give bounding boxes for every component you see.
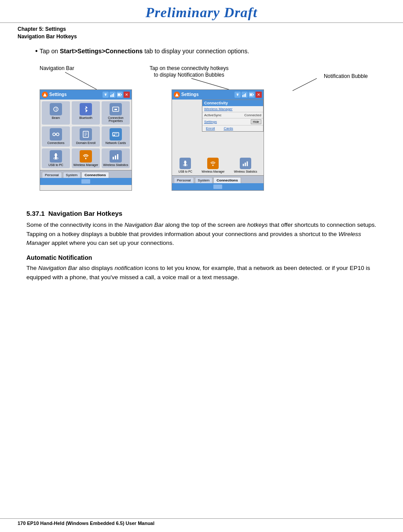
- svg-rect-5: [113, 93, 114, 97]
- svg-rect-21: [114, 135, 115, 136]
- network-cards-icon: [110, 128, 122, 140]
- cards-link[interactable]: Cards: [223, 126, 233, 130]
- icon-domain-enroll[interactable]: Domain Enroll: [72, 126, 100, 147]
- close-btn-1[interactable]: ✕: [124, 92, 130, 98]
- bottom-bar-2: [172, 183, 264, 190]
- italic-nav-bar-2: Navigation Bar: [38, 265, 77, 271]
- svg-point-24: [85, 158, 87, 159]
- popup-hide-button[interactable]: Hide: [251, 119, 261, 124]
- icon-wireless-stats-label: Wireless Statistics: [103, 163, 128, 167]
- tab-bar-2: Personal System Connections: [172, 175, 264, 183]
- beam-icon: [50, 103, 62, 115]
- svg-rect-3: [110, 95, 111, 97]
- icon-bluetooth[interactable]: Bluetooth: [72, 101, 100, 125]
- icon-connections[interactable]: Connections: [42, 126, 70, 147]
- label-notification: Notification Bubble: [324, 73, 368, 79]
- bottom-wireless-stats-label: Wireless Statistics: [234, 170, 257, 173]
- bottom-wireless-stats-icon: [240, 158, 251, 169]
- popup-header: Connectivity: [202, 100, 263, 106]
- popup-settings-link[interactable]: Settings: [204, 120, 217, 124]
- section-para1: Some of the connectivity icons in the Na…: [26, 221, 377, 248]
- tab-system-1[interactable]: System: [63, 172, 81, 178]
- popup-row-activesync: ActiveSync Connected: [202, 112, 263, 118]
- svg-point-36: [212, 165, 214, 166]
- icon-beam-label: Beam: [52, 116, 60, 120]
- taskbar-left-2: Settings: [174, 92, 198, 98]
- wireless-stats-icon: [110, 150, 122, 163]
- taskbar-wifi-icon-2: [234, 92, 241, 98]
- italic-notification: notification: [114, 265, 143, 271]
- wireless-manager-icon: [80, 150, 92, 163]
- screenshot-1: Settings ✕: [40, 89, 132, 191]
- svg-rect-8: [118, 94, 120, 96]
- taskbar-title-1: Settings: [49, 92, 66, 97]
- svg-rect-4: [112, 94, 113, 97]
- chapter-info: Chapter 5: Settings Navigation Bar Hotke…: [0, 23, 403, 41]
- icon-wireless-manager-label: Wireless Manager: [73, 163, 98, 167]
- bottom-bar-icon-2: [213, 185, 222, 189]
- icon-conn-props-label: Connection Properties: [103, 116, 129, 123]
- taskbar-battery-icon-2: [249, 92, 255, 98]
- footer-page-info: 170 EP10 Hand-Held (Windows Embedded 6.5…: [18, 521, 154, 526]
- bottom-bar-icon-1: [81, 179, 90, 184]
- bottom-icon-usb[interactable]: USB to PC: [179, 158, 192, 173]
- icon-connections-label: Connections: [48, 141, 65, 145]
- icon-beam[interactable]: Beam: [42, 101, 70, 125]
- connection-props-icon: [110, 103, 122, 115]
- tab-personal-2[interactable]: Personal: [174, 177, 194, 183]
- bold-connections: Start>Settings>Connections: [60, 48, 143, 55]
- svg-point-12: [53, 133, 55, 136]
- section-number: 5.37.1: [26, 210, 45, 217]
- svg-rect-26: [115, 155, 116, 159]
- icon-usb-label: USB to PC: [48, 163, 63, 167]
- italic-hotkeys: hotkeys: [247, 222, 268, 228]
- connections-icon: [50, 128, 62, 140]
- popup-wireless-link[interactable]: Wireless Manager: [204, 107, 232, 111]
- bottom-usb-icon: [180, 158, 191, 169]
- bottom-wireless-mgr-label: Wireless Manager: [202, 170, 224, 173]
- screenshots-row: Settings ✕: [40, 89, 264, 191]
- icon-network-cards-label: Network Cards: [106, 141, 126, 145]
- popup-row-wireless: Wireless Manager: [202, 106, 263, 112]
- icons-grid: Beam Bluetooth Connection: [40, 100, 132, 170]
- taskbar-signal-icon-2: [242, 92, 248, 98]
- enroll-link[interactable]: Enroll: [206, 126, 215, 130]
- screen-body-1: Beam Bluetooth Connection: [40, 100, 132, 185]
- popup-row-settings: Settings Hide: [202, 118, 263, 126]
- label-nav-bar: Navigation Bar: [40, 65, 74, 71]
- icon-wireless-manager[interactable]: Wireless Manager: [72, 148, 100, 169]
- sub-heading-automatic-notification: Automatic Notification: [26, 254, 377, 261]
- svg-rect-33: [250, 94, 252, 96]
- icon-bluetooth-label: Bluetooth: [79, 116, 92, 120]
- svg-rect-11: [114, 109, 117, 110]
- svg-point-13: [56, 133, 59, 136]
- svg-rect-30: [245, 93, 246, 97]
- section-title: Navigation Bar Hotkeys: [47, 210, 123, 217]
- taskbar-left-1: Settings: [42, 92, 66, 98]
- taskbar-title-2: Settings: [181, 92, 198, 97]
- chapter-line2: Navigation Bar Hotkeys: [18, 33, 385, 41]
- page-footer: 170 EP10 Hand-Held (Windows Embedded 6.5…: [0, 518, 403, 528]
- svg-rect-27: [117, 154, 118, 159]
- chapter-line1: Chapter 5: Settings: [18, 26, 385, 33]
- icon-network-cards[interactable]: Network Cards: [102, 126, 130, 147]
- taskbar-wifi-icon: [103, 92, 109, 98]
- label-tap: Tap on these connectivity hotkeys to dis…: [150, 65, 228, 79]
- popup-panel: Connectivity Wireless Manager ActiveSync…: [202, 100, 264, 132]
- icon-wireless-stats[interactable]: Wireless Statistics: [102, 148, 130, 169]
- section-para2: The Navigation Bar also displays notific…: [26, 264, 377, 282]
- bottom-icon-wireless-mgr[interactable]: Wireless Manager: [202, 158, 224, 173]
- icon-usb-to-pc[interactable]: USB to PC: [42, 148, 70, 169]
- tab-system-2[interactable]: System: [195, 177, 213, 183]
- italic-nav-bar-1: Navigation Bar: [125, 222, 164, 228]
- bottom-icon-wireless-stats[interactable]: Wireless Statistics: [234, 158, 257, 173]
- tab-connections-2[interactable]: Connections: [213, 177, 241, 183]
- svg-rect-25: [113, 157, 114, 159]
- tab-connections-1[interactable]: Connections: [81, 172, 109, 178]
- tab-personal-1[interactable]: Personal: [42, 172, 62, 178]
- tab-bar-1: Personal System Connections: [40, 170, 132, 178]
- popup-activesync-label: ActiveSync: [204, 113, 222, 117]
- taskbar-right-1: ✕: [103, 92, 130, 98]
- close-btn-2[interactable]: ✕: [256, 92, 262, 98]
- icon-connection-properties[interactable]: Connection Properties: [102, 101, 130, 125]
